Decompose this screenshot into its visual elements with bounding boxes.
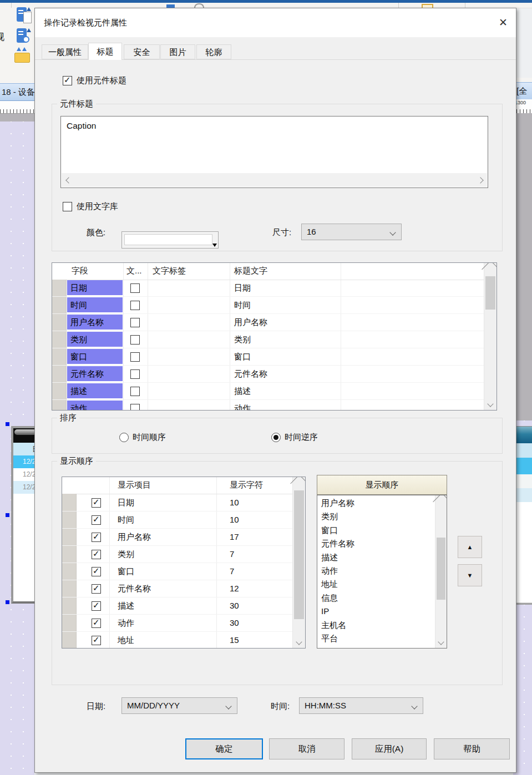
radio-icon[interactable]	[271, 433, 281, 442]
tab-security[interactable]: 安全	[124, 44, 160, 59]
scroll-left-icon[interactable]	[62, 173, 75, 187]
scrollbar-thumb[interactable]	[485, 276, 495, 310]
table-row[interactable]: 描述30	[62, 597, 293, 615]
checkbox-icon[interactable]	[130, 352, 140, 362]
table-row[interactable]: 用户名称17	[62, 529, 293, 546]
table-row[interactable]: 动作动作	[52, 400, 484, 410]
checkbox-icon[interactable]	[63, 202, 72, 211]
apply-button[interactable]: 应用(A)	[352, 738, 427, 759]
scrollbar-thumb[interactable]	[294, 490, 304, 619]
list-item[interactable]: 动作	[317, 564, 435, 578]
toolbar-divider	[398, 3, 399, 8]
tab-picture[interactable]: 图片	[160, 44, 195, 59]
record-view-widget-2[interactable]	[515, 426, 532, 603]
checkbox-icon[interactable]	[130, 301, 140, 310]
date-format-dropdown[interactable]: MM/DD/YYYY	[121, 697, 237, 714]
close-icon[interactable]: ✕	[493, 14, 513, 31]
table-row[interactable]: 时间10	[62, 511, 293, 529]
checkbox-icon[interactable]	[92, 567, 101, 576]
scrollbar-thumb[interactable]	[437, 538, 445, 600]
help-button[interactable]: 帮助	[434, 738, 510, 759]
checkbox-icon[interactable]	[92, 619, 101, 628]
list-item[interactable]: IP	[317, 605, 435, 618]
fields-table[interactable]: 字段 文... 文字标签 标题文字 日期日期 时间时间 用户名称用户名称 类别类…	[52, 262, 497, 411]
scroll-up-icon[interactable]	[293, 477, 305, 489]
move-up-button[interactable]: ▲	[458, 536, 482, 558]
vertical-scrollbar[interactable]	[292, 477, 305, 648]
tab-outline[interactable]: 轮廓	[196, 44, 231, 59]
table-row[interactable]: 时间时间	[52, 297, 484, 314]
tab-general[interactable]: 一般属性	[42, 44, 88, 59]
radio-icon[interactable]	[119, 433, 129, 442]
table-row[interactable]: 地址15	[62, 632, 293, 648]
table-row[interactable]: 元件名称12	[62, 580, 293, 597]
list-item[interactable]: 用户名称	[317, 497, 435, 510]
scroll-down-icon[interactable]	[435, 636, 447, 648]
table-row[interactable]: 动作30	[62, 615, 293, 632]
checkbox-icon[interactable]	[92, 515, 101, 525]
list-item[interactable]: 地址	[317, 578, 435, 591]
export-web-icon[interactable]	[17, 28, 33, 47]
list-item[interactable]: 类别	[317, 510, 435, 523]
ruler-label: 1300	[515, 100, 526, 105]
selection-handle[interactable]	[6, 422, 9, 426]
table-row[interactable]: 窗口窗口	[52, 348, 484, 366]
selection-handle[interactable]	[6, 513, 9, 517]
checkbox-icon[interactable]	[92, 498, 101, 508]
time-format-dropdown[interactable]: HH:MM:SS	[299, 697, 423, 714]
scroll-down-icon[interactable]	[293, 636, 305, 648]
checkbox-icon[interactable]	[92, 584, 101, 594]
checkbox-icon[interactable]	[92, 550, 101, 559]
table-row[interactable]: 窗口7	[62, 563, 293, 580]
checkbox-icon[interactable]	[92, 533, 101, 542]
list-item[interactable]: 平台	[317, 632, 435, 645]
ok-button[interactable]: 确定	[185, 738, 263, 759]
list-item[interactable]: 主机名	[317, 619, 435, 632]
vertical-scrollbar[interactable]	[484, 263, 496, 410]
checkbox-icon[interactable]	[130, 283, 140, 293]
vertical-scrollbar[interactable]	[435, 495, 447, 648]
use-text-library-checkbox[interactable]: 使用文字库	[63, 201, 118, 212]
checkbox-icon[interactable]	[92, 601, 101, 611]
table-row[interactable]: 元件名称元件名称	[52, 366, 484, 383]
table-row[interactable]: 类别类别	[52, 331, 484, 348]
color-dropdown[interactable]	[121, 231, 219, 249]
tab-caption[interactable]: 标题	[88, 43, 122, 60]
table-row[interactable]: 用户名称用户名称	[52, 314, 484, 331]
move-down-button[interactable]: ▼	[458, 564, 482, 586]
checkbox-icon[interactable]	[130, 369, 140, 379]
import-folder-icon[interactable]	[14, 47, 31, 64]
caption-textarea[interactable]: Caption	[60, 116, 488, 188]
list-item[interactable]: 信息	[317, 591, 435, 605]
checkbox-icon[interactable]	[130, 318, 140, 327]
use-caption-checkbox[interactable]: 使用元件标题	[63, 75, 126, 86]
display-items-table[interactable]: 显示项目 显示字符 日期10 时间10 用户名称17 类别7 窗口7 元件名称1…	[62, 477, 306, 649]
radio-time-descending[interactable]: 时间逆序	[271, 432, 318, 443]
checkbox-icon[interactable]	[130, 335, 140, 345]
table-row[interactable]: 描述描述	[52, 383, 484, 400]
scroll-up-icon[interactable]	[435, 495, 447, 508]
checkbox-icon[interactable]	[130, 404, 140, 410]
scroll-down-icon[interactable]	[484, 398, 496, 410]
order-listbox[interactable]: 用户名称 类别 窗口 元件名称 描述 动作 地址 信息 IP 主机名 平台	[317, 495, 447, 649]
selection-handle[interactable]	[6, 600, 9, 604]
table-row[interactable]: 日期日期	[52, 280, 484, 297]
list-item[interactable]: 描述	[317, 551, 435, 564]
checkbox-icon[interactable]	[63, 76, 72, 85]
checkbox-icon[interactable]	[92, 636, 101, 645]
size-dropdown[interactable]: 16	[301, 224, 402, 240]
table-row[interactable]: 类别7	[62, 546, 293, 563]
horizontal-scrollbar[interactable]	[62, 173, 487, 187]
list-item[interactable]: 窗口	[317, 524, 435, 537]
dialog-title: 操作记录检视元件属性	[44, 8, 127, 37]
document-tab-left[interactable]: 18 - 设备	[0, 83, 36, 101]
dialog-titlebar[interactable]: 操作记录检视元件属性 ✕	[35, 8, 516, 37]
checkbox-icon[interactable]	[130, 387, 140, 396]
radio-time-ascending[interactable]: 时间顺序	[119, 432, 166, 443]
table-row[interactable]: 日期10	[62, 494, 293, 511]
list-item[interactable]: 元件名称	[317, 537, 435, 550]
scroll-up-icon[interactable]	[484, 263, 496, 275]
export-server-icon[interactable]	[17, 7, 33, 26]
cancel-button[interactable]: 取消	[269, 738, 344, 759]
scroll-right-icon[interactable]	[473, 173, 487, 187]
